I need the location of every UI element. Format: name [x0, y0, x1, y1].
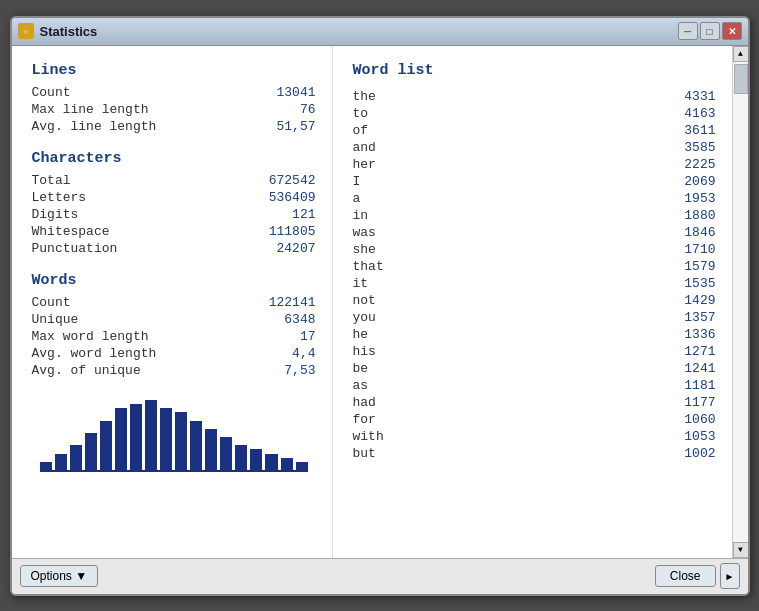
list-item: in1880	[353, 208, 724, 223]
list-item: was1846	[353, 225, 724, 240]
maximize-button[interactable]: □	[700, 22, 720, 40]
list-item: for1060	[353, 412, 724, 427]
words-maxlen-row: Max word length 17	[32, 329, 316, 344]
word-label: as	[353, 378, 433, 393]
chars-punct-label: Punctuation	[32, 241, 118, 256]
words-avglen-value: 4,4	[236, 346, 316, 361]
chart-bar	[281, 458, 293, 470]
word-count: 4163	[656, 106, 716, 121]
word-label: his	[353, 344, 433, 359]
chart-bar	[190, 421, 202, 470]
chart-baseline	[40, 470, 308, 472]
chars-total-row: Total 672542	[32, 173, 316, 188]
list-item: it1535	[353, 276, 724, 291]
word-label: a	[353, 191, 433, 206]
word-label: had	[353, 395, 433, 410]
word-label: that	[353, 259, 433, 274]
list-item: of3611	[353, 123, 724, 138]
words-avglen-row: Avg. word length 4,4	[32, 346, 316, 361]
statistics-window: ✦ Statistics ─ □ ✕ Lines Count 13041 Max…	[10, 16, 750, 596]
word-count: 1060	[656, 412, 716, 427]
wordlist-heading: Word list	[353, 62, 724, 79]
chars-letters-label: Letters	[32, 190, 87, 205]
word-count: 1429	[656, 293, 716, 308]
chars-digits-row: Digits 121	[32, 207, 316, 222]
words-count-row: Count 122141	[32, 295, 316, 310]
list-item: her2225	[353, 157, 724, 172]
word-count: 1271	[656, 344, 716, 359]
word-label: and	[353, 140, 433, 155]
word-count: 1579	[656, 259, 716, 274]
chars-total-value: 672542	[236, 173, 316, 188]
word-count: 4331	[656, 89, 716, 104]
word-count: 1181	[656, 378, 716, 393]
left-panel: Lines Count 13041 Max line length 76 Avg…	[12, 46, 332, 558]
word-label: I	[353, 174, 433, 189]
list-item: not1429	[353, 293, 724, 308]
scrollbar-thumb[interactable]	[734, 64, 748, 94]
scroll-up-button[interactable]: ▲	[733, 46, 748, 62]
word-count: 1846	[656, 225, 716, 240]
minimize-button[interactable]: ─	[678, 22, 698, 40]
chars-whitespace-row: Whitespace 111805	[32, 224, 316, 239]
options-button[interactable]: Options ▼	[20, 565, 99, 587]
word-count: 1053	[656, 429, 716, 444]
nav-arrow-button[interactable]: ►	[720, 563, 740, 589]
chars-digits-label: Digits	[32, 207, 79, 222]
close-window-button[interactable]: ✕	[722, 22, 742, 40]
words-count-value: 122141	[236, 295, 316, 310]
bottom-bar: Options ▼ Close ►	[12, 558, 748, 594]
lines-max-label: Max line length	[32, 102, 149, 117]
scrollbar-track[interactable]	[733, 62, 748, 542]
lines-count-value: 13041	[236, 85, 316, 100]
list-item: with1053	[353, 429, 724, 444]
chars-punct-row: Punctuation 24207	[32, 241, 316, 256]
chart-bar	[70, 445, 82, 470]
word-label: of	[353, 123, 433, 138]
word-count: 1357	[656, 310, 716, 325]
lines-count-label: Count	[32, 85, 71, 100]
lines-count-row: Count 13041	[32, 85, 316, 100]
chart-bar	[205, 429, 217, 470]
word-label: her	[353, 157, 433, 172]
title-bar: ✦ Statistics ─ □ ✕	[12, 18, 748, 46]
scrollbar[interactable]: ▲ ▼	[732, 46, 748, 558]
window-title: Statistics	[40, 24, 678, 39]
word-count: 1953	[656, 191, 716, 206]
list-item: as1181	[353, 378, 724, 393]
chart-bar	[100, 421, 112, 470]
chart-bar	[235, 445, 247, 470]
chars-digits-value: 121	[236, 207, 316, 222]
word-label: to	[353, 106, 433, 121]
window-icon: ✦	[18, 23, 34, 39]
word-count: 1880	[656, 208, 716, 223]
word-label: not	[353, 293, 433, 308]
title-buttons: ─ □ ✕	[678, 22, 742, 40]
list-item: his1271	[353, 344, 724, 359]
chars-letters-row: Letters 536409	[32, 190, 316, 205]
list-item: be1241	[353, 361, 724, 376]
chart-bar	[130, 404, 142, 470]
words-count-label: Count	[32, 295, 71, 310]
lines-heading: Lines	[32, 62, 316, 79]
word-length-chart	[32, 390, 316, 470]
chart-bar	[55, 454, 67, 470]
word-label: you	[353, 310, 433, 325]
list-item: she1710	[353, 242, 724, 257]
word-count: 3585	[656, 140, 716, 155]
word-label: in	[353, 208, 433, 223]
characters-heading: Characters	[32, 150, 316, 167]
word-count: 2069	[656, 174, 716, 189]
words-avguniq-value: 7,53	[236, 363, 316, 378]
chart-bar	[40, 462, 52, 470]
scroll-down-button[interactable]: ▼	[733, 542, 748, 558]
word-count: 1336	[656, 327, 716, 342]
list-item: the4331	[353, 89, 724, 104]
chart-bar	[160, 408, 172, 470]
word-label: but	[353, 446, 433, 461]
list-item: I2069	[353, 174, 724, 189]
chart-bar	[220, 437, 232, 470]
list-item: to4163	[353, 106, 724, 121]
close-button[interactable]: Close	[655, 565, 716, 587]
word-count: 1710	[656, 242, 716, 257]
